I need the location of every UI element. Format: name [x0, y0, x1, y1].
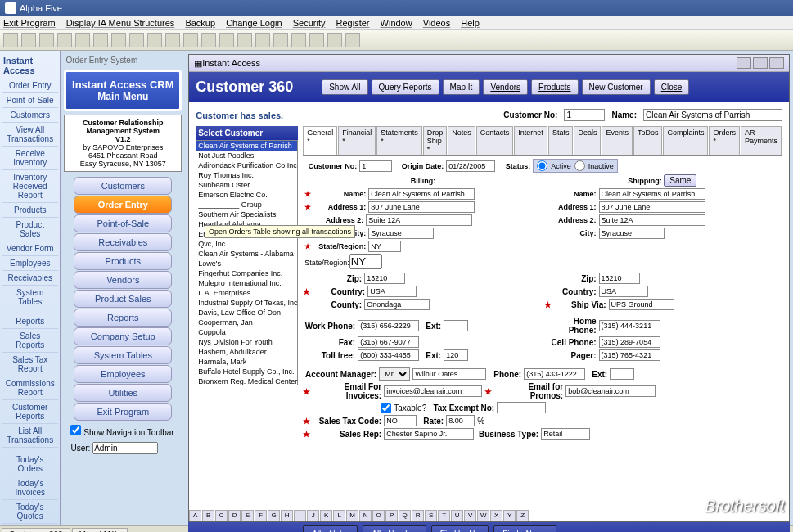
alpha-filter-button[interactable]: T	[438, 510, 450, 521]
leftnav-item[interactable]: Today's Quotes	[2, 500, 58, 524]
field-acctmgr-sal[interactable]: Mr.	[379, 367, 410, 381]
menu-display-ia[interactable]: Display IA Menu Structures	[66, 18, 175, 28]
field-emailinv[interactable]	[384, 385, 482, 397]
main-menu-button[interactable]: Receivables	[74, 233, 172, 251]
leftnav-item[interactable]: Vendor Form	[2, 241, 58, 256]
field-homephone[interactable]	[599, 320, 660, 331]
field-county[interactable]	[364, 299, 430, 310]
field-fax[interactable]	[358, 336, 419, 348]
all-alpha-button[interactable]: All - Alpha	[303, 525, 358, 532]
status-active-radio[interactable]	[537, 160, 547, 171]
main-menu-button[interactable]: System Tables	[74, 346, 172, 364]
detail-tab[interactable]: Notes	[448, 126, 475, 155]
customer-list-item[interactable]: Harmala, Mark	[196, 357, 297, 367]
minimize-button[interactable]	[737, 57, 751, 69]
customer-list-item[interactable]: Clean Air Systems - Alabama	[196, 249, 297, 259]
customer-list-item[interactable]: Adirondack Purification Co,Inc	[196, 160, 297, 170]
main-menu-button[interactable]: Order Entry	[74, 196, 172, 214]
alpha-filter-button[interactable]: S	[425, 510, 437, 521]
customer-list-item[interactable]: Roy Thomas Inc.	[196, 170, 297, 180]
field-scity[interactable]	[599, 228, 665, 239]
alpha-filter-button[interactable]: P	[385, 510, 398, 521]
field-salesrep[interactable]	[384, 428, 474, 440]
customer-list-item[interactable]: Fingerhut Companies Inc.	[196, 268, 297, 278]
toolbar-btn[interactable]	[57, 33, 72, 47]
main-menu-button[interactable]: Employees	[74, 365, 172, 383]
field-scountry[interactable]	[599, 286, 648, 297]
customer-list-item[interactable]: Davis, Law Office Of Don	[196, 308, 297, 318]
toolbar-btn[interactable]	[327, 33, 342, 47]
detail-tab[interactable]: Complaints	[663, 126, 708, 155]
field-country[interactable]	[367, 286, 417, 297]
field-saddr1[interactable]	[599, 201, 705, 213]
toolbar-btn[interactable]	[75, 33, 90, 47]
leftnav-item[interactable]: Receivables	[2, 271, 58, 286]
new-customer-button[interactable]: New Customer	[582, 79, 651, 95]
toolbar-btn[interactable]	[129, 33, 144, 47]
user-field[interactable]	[92, 442, 158, 454]
query-reports-button[interactable]: Query Reports	[372, 79, 439, 95]
field-tollfree[interactable]	[358, 349, 419, 361]
alpha-filter-button[interactable]: D	[228, 510, 241, 521]
toolbar-btn[interactable]	[291, 33, 306, 47]
toolbar-btn[interactable]	[237, 33, 252, 47]
leftnav-item[interactable]: Order Entry	[2, 79, 58, 93]
toolbar-btn[interactable]	[165, 33, 180, 47]
detail-tab[interactable]: ToDos	[633, 126, 663, 155]
detail-tab[interactable]: Events	[602, 126, 633, 155]
field-city[interactable]	[368, 228, 434, 239]
customer-list-item[interactable]: Bronxern Reg. Medical Center	[196, 376, 297, 385]
customer-no-field[interactable]	[564, 109, 605, 121]
bottom-tab-customer360[interactable]: Customer_360	[2, 528, 70, 532]
bottom-tab-menumain[interactable]: MenuMAIN	[72, 528, 128, 532]
menu-security[interactable]: Security	[293, 18, 326, 28]
field-ext2[interactable]	[444, 349, 468, 361]
main-menu-button[interactable]: Point-of-Sale	[74, 214, 172, 232]
detail-tab[interactable]: General *	[303, 126, 337, 155]
field-shipping-name[interactable]	[599, 188, 705, 200]
detail-tab[interactable]: Drop Ship *	[423, 126, 448, 155]
field-cellphone[interactable]	[599, 336, 660, 348]
detail-tab[interactable]: Contacts	[476, 126, 514, 155]
alpha-filter-button[interactable]: N	[359, 510, 372, 521]
show-all-button[interactable]: Show All	[322, 79, 367, 95]
close-button[interactable]	[769, 57, 784, 69]
menu-change-login[interactable]: Change Login	[226, 18, 282, 28]
leftnav-item[interactable]: Sales Reports	[2, 329, 58, 353]
field-billing-name[interactable]	[368, 188, 475, 200]
field-origdate[interactable]	[446, 160, 495, 172]
main-menu-button[interactable]: Reports	[74, 309, 172, 327]
leftnav-item[interactable]: Inventory Received Report	[2, 170, 58, 203]
detail-tab[interactable]: Deals	[574, 126, 601, 155]
customer-list[interactable]: Clean Air Systems of ParrishNot Just Poo…	[196, 140, 298, 385]
customer-list-item[interactable]: __________ Group	[196, 200, 297, 210]
main-menu-button[interactable]: Company Setup	[74, 327, 172, 345]
all-number-button[interactable]: All - Number	[363, 525, 426, 532]
alpha-filter-button[interactable]: M	[346, 510, 358, 521]
alpha-filter-button[interactable]: I	[294, 510, 306, 521]
detail-tab[interactable]: Orders *	[709, 126, 740, 155]
leftnav-item[interactable]: Reports	[2, 314, 58, 329]
toolbar-btn[interactable]	[147, 33, 162, 47]
customer-list-item[interactable]: Sunbeam Oster	[196, 180, 297, 190]
alpha-filter-button[interactable]: B	[202, 510, 214, 521]
field-custno[interactable]	[359, 160, 392, 172]
toolbar-btn[interactable]	[255, 33, 270, 47]
leftnav-item[interactable]: Customer Reports	[2, 400, 58, 424]
menu-videos[interactable]: Videos	[423, 18, 450, 28]
leftnav-item[interactable]: List All Transactions	[2, 424, 58, 448]
customer-list-item[interactable]: Mulepro International Inc.	[196, 278, 297, 288]
customer-list-item[interactable]: Not Just Poodles	[196, 151, 297, 160]
menu-register[interactable]: Register	[336, 18, 370, 28]
field-ext3[interactable]	[610, 368, 634, 380]
alpha-filter-button[interactable]: U	[451, 510, 463, 521]
customer-list-item[interactable]: Southern Air Specialists	[196, 210, 297, 219]
field-addr1[interactable]	[368, 201, 475, 213]
main-menu-button[interactable]: Utilities	[74, 384, 172, 402]
field-sstate[interactable]	[349, 254, 382, 269]
find-name-button[interactable]: Find - Name	[493, 525, 556, 532]
field-addr2[interactable]	[366, 214, 472, 226]
alpha-filter-button[interactable]: G	[268, 510, 280, 521]
leftnav-item[interactable]: Products	[2, 203, 58, 218]
field-zip[interactable]	[364, 273, 405, 284]
